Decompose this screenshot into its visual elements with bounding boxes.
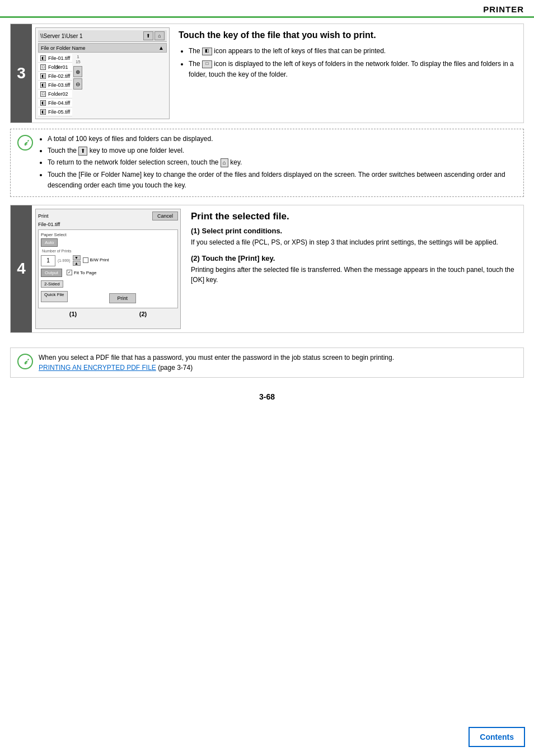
step-3-bullet-1: The ◧ icon appears to the left of keys o…	[189, 46, 517, 57]
encrypted-pdf-link[interactable]: PRINTING AN ENCRYPTED PDF FILE	[39, 364, 156, 372]
quantity-hint: (1-999)	[58, 259, 71, 262]
note-icon-3: 𝒾	[17, 135, 33, 151]
file-icon: ◧	[40, 73, 46, 79]
file-list: ◧ File-01.tiff □ Folder01 ☞ ◧ File-02.ti…	[38, 54, 72, 116]
twosided-button[interactable]: 2-Sided	[41, 280, 63, 288]
file-inline-icon: ◧	[202, 48, 212, 55]
page-indicator: 115	[73, 54, 82, 65]
quantity-input[interactable]: 1	[41, 255, 55, 266]
folder-icon: □	[40, 91, 46, 97]
list-item[interactable]: ◧ File-03.tiff	[38, 81, 72, 90]
num-prints-label: Number of Prints	[42, 249, 72, 253]
note-3-item-1: A total of 100 keys of files and folders…	[48, 134, 517, 144]
list-item[interactable]: □ Folder01 ☞	[38, 63, 72, 72]
ui-path: \\Server 1\User 1	[40, 33, 83, 39]
quantity-row: 1 (1-999) ▼ ▲ B/W Print	[41, 255, 175, 266]
file-list-wrapper: ◧ File-01.tiff □ Folder01 ☞ ◧ File-02.ti…	[38, 54, 167, 116]
file-name: Folder02	[48, 91, 68, 97]
sub-step-1-text: If you selected a file (PCL, PS, or XPS)…	[191, 237, 516, 247]
home-inline-btn: ⌂	[221, 158, 228, 167]
sub-step-2-heading: (2) Touch the [Print] key.	[191, 254, 516, 262]
paper-auto-button[interactable]: Auto	[41, 238, 58, 247]
column-header-row: File or Folder Name ▲	[38, 43, 167, 53]
up-folder-btn[interactable]: ⬆	[143, 31, 153, 40]
file-icon: ◧	[40, 82, 46, 88]
sub-step-1: (1) Select print conditions. If you sele…	[191, 227, 516, 247]
page-number: 3-68	[259, 392, 275, 401]
callout-labels: (1) (2)	[38, 311, 178, 317]
step-3-title: Touch the key of the file that you wish …	[179, 30, 517, 41]
note-3-text: A total of 100 keys of files and folders…	[38, 134, 517, 192]
spin-down-btn[interactable]: ▼	[73, 255, 81, 260]
ui-titlebar: \\Server 1\User 1 ⬆ ⌂	[38, 30, 167, 42]
step-3-number: 3	[11, 24, 32, 123]
header: PRINTER	[0, 0, 534, 18]
contents-button[interactable]: Contents	[469, 727, 525, 747]
sort-arrow[interactable]: ▲	[158, 45, 164, 51]
step-3-ui-panel: \\Server 1\User 1 ⬆ ⌂ File or Folder Nam…	[35, 27, 170, 119]
note-3-item-3: To return to the network folder selectio…	[48, 157, 517, 168]
bottom-note-main-text: When you select a PDF file that has a pa…	[39, 354, 394, 361]
output-button[interactable]: Output	[41, 269, 62, 277]
sub-step-1-heading: (1) Select print conditions.	[191, 227, 516, 235]
file-name: File-03.tiff	[48, 82, 70, 88]
step-3-bullet-2: The □ icon is displayed to the left of k…	[189, 59, 517, 80]
column-header-label: File or Folder Name	[41, 45, 86, 51]
bw-print-label: B/W Print	[90, 257, 109, 262]
controls-row: Number of Prints	[41, 249, 175, 253]
scroll-up-btn[interactable]: ⊕	[73, 66, 82, 77]
step-4-block: 4 Print Cancel File-01.tiff Paper Select…	[10, 205, 524, 333]
print-label: Print	[38, 213, 49, 219]
spin-up-btn[interactable]: ▲	[73, 261, 81, 266]
sub-step-2-text: Printing begins after the selected file …	[191, 265, 516, 285]
step-3-content: \\Server 1\User 1 ⬆ ⌂ File or Folder Nam…	[32, 24, 523, 123]
print-panel: Print Cancel File-01.tiff Paper Select A…	[35, 209, 181, 329]
folder-inline-icon: □	[202, 60, 212, 68]
up-folder-inline-btn: ⬆	[78, 147, 87, 156]
divider-2	[10, 339, 524, 343]
file-icon: ◧	[40, 109, 46, 115]
list-item[interactable]: ◧ File-04.tiff	[38, 98, 72, 107]
file-icon: ◧	[40, 100, 46, 106]
fit-row: ✓ Fit To Page	[67, 270, 96, 275]
bw-print-row: B/W Print	[83, 257, 109, 263]
list-item[interactable]: ◧ File-05.tiff	[38, 107, 72, 116]
list-item[interactable]: ◧ File-01.tiff	[38, 54, 72, 63]
note-3-list: A total of 100 keys of files and folders…	[38, 134, 517, 191]
sub-step-2: (2) Touch the [Print] key. Printing begi…	[191, 254, 516, 285]
spin-buttons: ▼ ▲	[73, 255, 81, 266]
quickfile-button[interactable]: Quick File	[41, 291, 68, 302]
link-suffix: (page 3-74)	[156, 364, 193, 372]
note-3-item-4: Touch the [File or Folder Name] key to c…	[48, 170, 517, 191]
hand-cursor-icon: ☞	[54, 63, 61, 72]
header-title: PRINTER	[483, 4, 524, 14]
step-4-desc: Print the selected file. (1) Select prin…	[186, 209, 520, 329]
list-item[interactable]: ◧ File-02.tiff	[38, 72, 72, 81]
content-area: 3 \\Server 1\User 1 ⬆ ⌂ File or Folder N…	[0, 18, 534, 388]
print-button[interactable]: Print	[109, 293, 137, 303]
fit-label: Fit To Page	[74, 270, 96, 275]
callout-2-label: (2)	[139, 311, 147, 317]
paper-select-label: Paper Select	[41, 232, 175, 237]
scroll-down-btn[interactable]: ⊖	[73, 78, 82, 90]
bottom-note-text: When you select a PDF file that has a pa…	[39, 353, 394, 373]
callout-1-label: (1)	[69, 311, 77, 317]
note-3-item-2: Touch the ⬆ key to move up one folder le…	[48, 145, 517, 156]
bw-print-checkbox[interactable]	[83, 257, 88, 263]
print-filename: File-01.tiff	[38, 222, 178, 227]
divider	[10, 200, 524, 205]
step-4-content: Print Cancel File-01.tiff Paper Select A…	[32, 205, 523, 332]
step-3-block: 3 \\Server 1\User 1 ⬆ ⌂ File or Folder N…	[10, 24, 524, 123]
list-item[interactable]: □ Folder02	[38, 90, 72, 98]
step-3-bullets: The ◧ icon appears to the left of keys o…	[179, 46, 517, 81]
cancel-button[interactable]: Cancel	[152, 212, 178, 220]
print-area: Paper Select Auto Number of Prints 1 (1-…	[38, 229, 178, 308]
quickfile-row: Quick File Print	[41, 291, 175, 303]
fit-checkbox[interactable]: ✓	[67, 270, 72, 275]
file-name: File-05.tiff	[48, 109, 70, 115]
step-4-number: 4	[11, 205, 32, 332]
page-footer: 3-68	[0, 388, 534, 406]
file-name: File-04.tiff	[48, 100, 70, 106]
step-4-title: Print the selected file.	[191, 211, 516, 222]
home-btn[interactable]: ⌂	[154, 31, 165, 40]
